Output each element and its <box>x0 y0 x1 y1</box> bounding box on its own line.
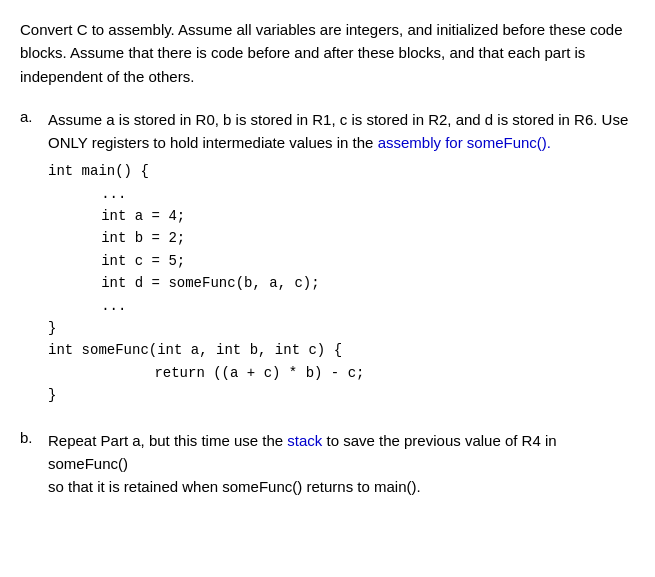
part-b-section: b. Repeat Part a, but this time use the … <box>20 429 635 499</box>
part-a-description: Assume a is stored in R0, b is stored in… <box>48 108 635 155</box>
code-line-6: int d = someFunc(b, a, c); <box>48 272 635 294</box>
part-a-section: a. Assume a is stored in R0, b is stored… <box>20 108 635 407</box>
part-b-text-3: so that it is retained when someFunc() r… <box>48 478 421 495</box>
part-b-label: b. <box>20 429 48 446</box>
part-b-text-1: Repeat Part a, but this time use the <box>48 432 287 449</box>
code-line-4: int b = 2; <box>48 227 635 249</box>
code-line-9: int someFunc(int a, int b, int c) { <box>48 339 635 361</box>
code-line-2: ... <box>48 183 635 205</box>
part-a-desc-highlight: assembly for someFunc(). <box>378 134 551 151</box>
code-line-8: } <box>48 317 635 339</box>
code-line-10: return ((a + c) * b) - c; <box>48 362 635 384</box>
code-line-1: int main() { <box>48 160 635 182</box>
code-line-11: } <box>48 384 635 406</box>
intro-paragraph: Convert C to assembly. Assume all variab… <box>20 18 635 88</box>
part-a-code: int main() { ... int a = 4; int b = 2; i… <box>48 160 635 406</box>
code-line-7: ... <box>48 295 635 317</box>
part-b-description: Repeat Part a, but this time use the sta… <box>48 429 635 499</box>
part-a-label: a. <box>20 108 48 125</box>
code-line-5: int c = 5; <box>48 250 635 272</box>
part-b-stack-highlight: stack <box>287 432 322 449</box>
code-line-3: int a = 4; <box>48 205 635 227</box>
